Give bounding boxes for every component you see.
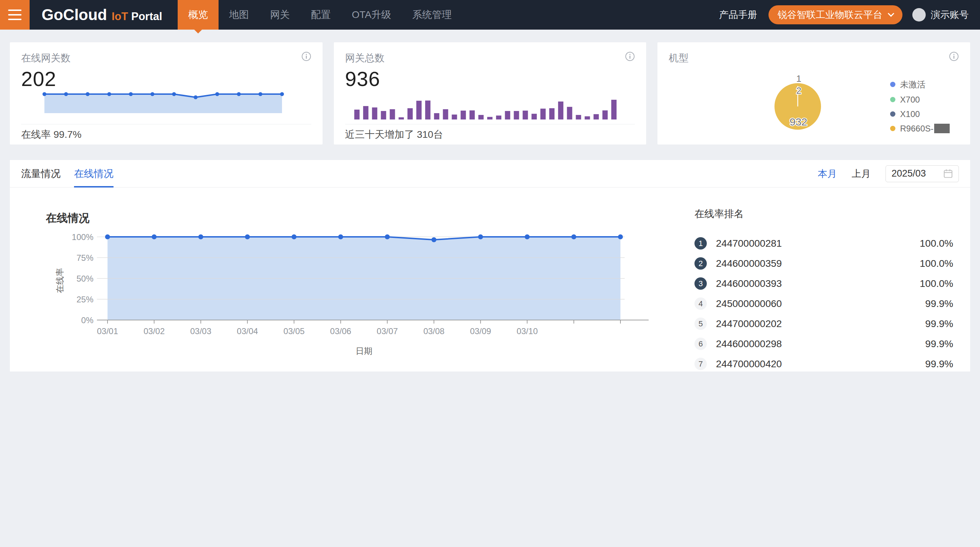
tab-online-status[interactable]: 在线情况 bbox=[74, 160, 113, 187]
gateway-id: 244700000420 bbox=[716, 358, 782, 370]
rank-badge: 5 bbox=[694, 318, 707, 330]
nav-tab-config[interactable]: 配置 bbox=[300, 0, 341, 30]
ranking-row[interactable]: 1 244700000281 100.0% bbox=[694, 233, 953, 253]
svg-text:03/07: 03/07 bbox=[377, 326, 398, 336]
online-status-chart-area: 在线情况 0%25%50%75%100%03/0103/0203/0303/04… bbox=[21, 191, 641, 374]
gateway-id: 244700000281 bbox=[716, 238, 782, 249]
product-manual-link[interactable]: 产品手册 bbox=[719, 8, 757, 21]
ranking-row[interactable]: 4 245000000060 99.9% bbox=[694, 294, 953, 314]
model-pie-chart: 12932 bbox=[756, 65, 840, 147]
card-title: 网关总数 bbox=[345, 51, 385, 65]
legend-dot bbox=[890, 82, 896, 87]
online-rate-footer: 在线率 99.7% bbox=[21, 128, 81, 142]
top-navigation-bar: GoCloud IoT Portal 概览 地图 网关 配置 OTA升级 系统管… bbox=[0, 0, 980, 30]
app-logo: GoCloud IoT Portal bbox=[41, 6, 162, 24]
growth-footer: 近三十天增加了 310台 bbox=[345, 128, 444, 142]
stat-cards-row: 在线网关数 202 在线率 99.7% 网关总数 936 bbox=[10, 42, 970, 145]
svg-text:03/06: 03/06 bbox=[330, 326, 351, 336]
model-legend: 未激活 X700 X100 R9660S- bbox=[890, 75, 950, 138]
nav-tab-ota[interactable]: OTA升级 bbox=[341, 0, 401, 30]
rank-badge: 4 bbox=[694, 297, 707, 310]
panel-tab-bar: 流量情况 在线情况 本月 上月 2025/03 bbox=[10, 160, 970, 188]
svg-text:日期: 日期 bbox=[356, 346, 372, 356]
rank-badge: 1 bbox=[694, 237, 707, 250]
nav-tab-map[interactable]: 地图 bbox=[219, 0, 259, 30]
ranking-row[interactable]: 5 244700000202 99.9% bbox=[694, 314, 953, 334]
models-card: 机型 12932 未激活 X700 bbox=[657, 42, 970, 145]
page-content: 在线网关数 202 在线率 99.7% 网关总数 936 bbox=[0, 30, 980, 372]
online-gateways-count: 202 bbox=[21, 67, 311, 91]
legend-label: R9660S- bbox=[900, 124, 934, 134]
online-rate-value: 99.9% bbox=[925, 298, 953, 310]
online-gateways-card: 在线网关数 202 在线率 99.7% bbox=[10, 42, 323, 145]
legend-item-inactive[interactable]: 未激活 bbox=[890, 79, 950, 90]
total-gateways-card: 网关总数 936 近三十天增加了 310台 bbox=[334, 42, 646, 145]
month-picker[interactable]: 2025/03 bbox=[886, 165, 959, 182]
detail-panel: 流量情况 在线情况 本月 上月 2025/03 在线情况 0%25%50%75%… bbox=[10, 160, 970, 372]
panel-body: 在线情况 0%25%50%75%100%03/0103/0203/0303/04… bbox=[10, 188, 970, 374]
svg-text:03/08: 03/08 bbox=[423, 326, 444, 336]
card-title: 在线网关数 bbox=[21, 51, 70, 65]
online-gateways-sparkline bbox=[41, 91, 285, 114]
ranking-row[interactable]: 3 244600000393 100.0% bbox=[694, 274, 953, 294]
logo-suffix-text: Portal bbox=[131, 10, 162, 23]
svg-text:03/05: 03/05 bbox=[283, 326, 305, 336]
gateway-growth-bar-chart bbox=[354, 99, 617, 120]
svg-text:0%: 0% bbox=[81, 315, 94, 325]
nav-tab-system[interactable]: 系统管理 bbox=[402, 0, 463, 30]
gateway-id: 244600000298 bbox=[716, 338, 782, 350]
card-title: 机型 bbox=[669, 51, 689, 65]
nav-tab-gateway[interactable]: 网关 bbox=[259, 0, 300, 30]
chevron-down-icon bbox=[888, 10, 894, 17]
gateway-id: 244600000393 bbox=[716, 278, 782, 289]
legend-dot bbox=[890, 126, 896, 131]
logo-accent-text: IoT bbox=[112, 10, 128, 23]
topbar-right-area: 产品手册 锐谷智联工业物联云平台 演示账号 bbox=[719, 5, 980, 24]
legend-item-x100[interactable]: X100 bbox=[890, 109, 950, 119]
info-icon[interactable] bbox=[625, 51, 635, 61]
legend-item-x700[interactable]: X700 bbox=[890, 95, 950, 105]
this-month-button[interactable]: 本月 bbox=[818, 167, 837, 180]
calendar-icon bbox=[943, 169, 953, 178]
redacted-label-box bbox=[934, 124, 950, 133]
month-picker-value: 2025/03 bbox=[891, 168, 926, 179]
gateway-id: 244600000359 bbox=[716, 258, 782, 269]
time-range-controls: 本月 上月 2025/03 bbox=[818, 165, 959, 182]
svg-text:03/10: 03/10 bbox=[516, 326, 538, 336]
ranking-row[interactable]: 7 244700000420 99.9% bbox=[694, 354, 953, 374]
online-rate-value: 100.0% bbox=[920, 258, 953, 269]
svg-text:在线率: 在线率 bbox=[55, 268, 65, 293]
online-rate-value: 99.9% bbox=[925, 358, 953, 370]
svg-text:25%: 25% bbox=[76, 295, 94, 304]
chart-title: 在线情况 bbox=[46, 211, 641, 226]
rank-badge: 7 bbox=[694, 358, 707, 370]
org-selector-button[interactable]: 锐谷智联工业物联云平台 bbox=[768, 5, 902, 24]
ranking-title: 在线率排名 bbox=[694, 207, 953, 221]
svg-text:50%: 50% bbox=[76, 274, 94, 283]
online-rate-value: 100.0% bbox=[920, 278, 953, 289]
last-month-button[interactable]: 上月 bbox=[852, 167, 871, 180]
svg-text:100%: 100% bbox=[72, 232, 94, 242]
hamburger-menu-icon[interactable] bbox=[0, 0, 30, 30]
avatar[interactable] bbox=[912, 8, 926, 22]
total-gateways-count: 936 bbox=[345, 67, 635, 91]
legend-label: 未激活 bbox=[900, 79, 925, 90]
gateway-id: 245000000060 bbox=[716, 298, 782, 310]
ranking-row[interactable]: 6 244600000298 99.9% bbox=[694, 334, 953, 354]
online-rate-ranking: 在线率排名 1 244700000281 100.0% 2 2446000003… bbox=[694, 191, 953, 374]
legend-label: X100 bbox=[900, 109, 920, 119]
svg-text:1: 1 bbox=[796, 73, 801, 84]
info-icon[interactable] bbox=[301, 51, 311, 61]
legend-item-r9660s[interactable]: R9660S- bbox=[890, 124, 950, 134]
ranking-row[interactable]: 2 244600000359 100.0% bbox=[694, 253, 953, 274]
nav-tab-overview[interactable]: 概览 bbox=[178, 0, 219, 30]
tab-traffic[interactable]: 流量情况 bbox=[21, 160, 60, 187]
svg-text:75%: 75% bbox=[76, 253, 94, 262]
account-name: 演示账号 bbox=[931, 8, 969, 21]
info-icon[interactable] bbox=[949, 51, 959, 61]
gateway-id: 244700000202 bbox=[716, 318, 782, 329]
online-rate-area-chart: 0%25%50%75%100%03/0103/0203/0303/0403/05… bbox=[21, 228, 652, 359]
online-rate-value: 100.0% bbox=[920, 238, 953, 249]
online-rate-value: 99.9% bbox=[925, 318, 953, 329]
online-rate-value: 99.9% bbox=[925, 338, 953, 350]
